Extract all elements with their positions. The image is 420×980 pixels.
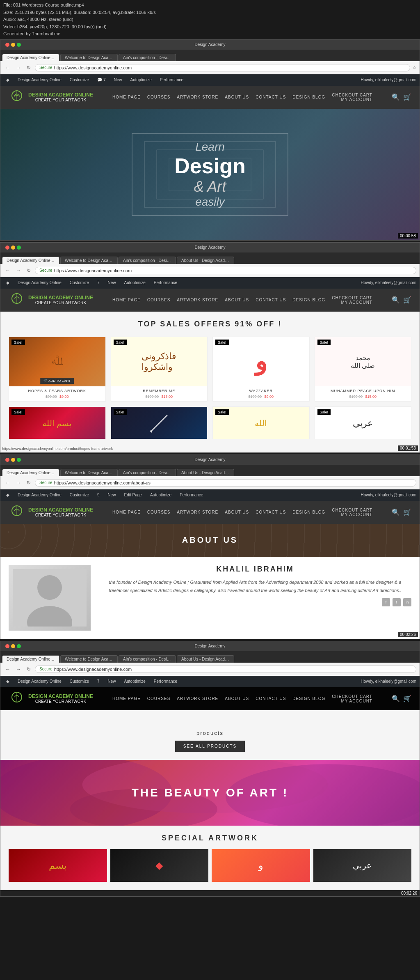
- tab-4-4[interactable]: About Us - Design Academy...: [177, 655, 234, 663]
- wp-comments-3[interactable]: 9: [95, 489, 102, 501]
- minimize-button-2[interactable]: [11, 246, 15, 250]
- back-button-4[interactable]: ←: [4, 666, 12, 673]
- see-all-products-button[interactable]: SEE ALL PRODUCTS: [175, 741, 245, 752]
- nav-contact[interactable]: CONTACT US: [256, 95, 286, 99]
- wp-performance-2[interactable]: Performance: [151, 277, 180, 289]
- wp-performance-4[interactable]: Performance: [151, 676, 180, 687]
- nav-artwork-store-2[interactable]: ARTWORK STORE: [177, 298, 218, 302]
- wp-comments[interactable]: 💬 7: [95, 74, 108, 86]
- wp-customize-3[interactable]: Customize: [67, 489, 91, 501]
- wp-comments-2[interactable]: 7: [95, 277, 102, 289]
- wp-performance[interactable]: Performance: [158, 74, 186, 86]
- address-bar-4[interactable]: Secure https://www.designacademyonline.c…: [35, 666, 416, 673]
- back-button[interactable]: ←: [4, 64, 12, 71]
- wp-customize-2[interactable]: Customize: [67, 277, 91, 289]
- tab-3[interactable]: Ain's composition - Design A...: [119, 54, 176, 61]
- close-button-2[interactable]: [5, 246, 9, 250]
- forward-button[interactable]: →: [14, 64, 23, 71]
- wp-comments-4[interactable]: 7: [95, 676, 102, 687]
- nav-about[interactable]: ABOUT US: [225, 95, 249, 99]
- twitter-icon[interactable]: t: [393, 598, 401, 606]
- nav-courses[interactable]: COURSES: [147, 95, 170, 99]
- forward-button-4[interactable]: →: [14, 666, 23, 673]
- nav-checkout[interactable]: CHECKOUT CART: [332, 93, 372, 97]
- nav-home[interactable]: HOME PAGE: [112, 95, 141, 99]
- nav-artwork-store-3[interactable]: ARTWORK STORE: [177, 510, 218, 514]
- tab-4-1[interactable]: Design Academy Online - Le...: [2, 655, 59, 663]
- refresh-button-2[interactable]: ↻: [25, 267, 32, 274]
- close-button-3[interactable]: [5, 458, 9, 462]
- wp-new-4[interactable]: New: [105, 676, 119, 687]
- wp-site-name-4[interactable]: Design Academy Online: [15, 676, 64, 687]
- minimize-button-4[interactable]: [11, 644, 15, 648]
- nav-home-3[interactable]: HOME PAGE: [112, 510, 141, 514]
- tab-3-4[interactable]: About Us - Design Academy...: [177, 469, 234, 476]
- tab-3-2[interactable]: Welcome to Design Academy...: [60, 469, 118, 476]
- search-icon-3[interactable]: 🔍: [392, 508, 400, 516]
- add-to-cart-button-1[interactable]: 🛒 ADD TO CART: [40, 378, 74, 384]
- cart-icon-3[interactable]: 🛒: [403, 508, 411, 516]
- search-icon[interactable]: 🔍: [392, 93, 400, 101]
- wp-performance-3[interactable]: Performance: [177, 489, 205, 501]
- refresh-button[interactable]: ↻: [25, 64, 32, 71]
- nav-courses-2[interactable]: COURSES: [147, 298, 170, 302]
- tab-2[interactable]: Welcome to Design Academy...: [60, 54, 118, 61]
- tab-3-1[interactable]: Design Academy Online - Le...: [2, 469, 59, 476]
- minimize-button[interactable]: [11, 43, 15, 47]
- tab-3-3[interactable]: Ain's composition - Design A...: [119, 469, 176, 476]
- nav-artwork-store-4[interactable]: ARTWORK STORE: [177, 696, 218, 701]
- nav-contact-4[interactable]: CONTACT US: [256, 696, 286, 701]
- nav-courses-3[interactable]: COURSES: [147, 510, 170, 514]
- wp-autoptimize-3[interactable]: Autoptimize: [148, 489, 174, 501]
- nav-about-2[interactable]: ABOUT US: [225, 298, 249, 302]
- tab-2-1[interactable]: Design Academy Online - Le...: [2, 257, 59, 264]
- close-button-4[interactable]: [5, 644, 9, 648]
- tab-1[interactable]: Design Academy Online - Le...: [2, 54, 59, 61]
- nav-artwork-store[interactable]: ARTWORK STORE: [177, 95, 218, 99]
- nav-account[interactable]: MY ACCOUNT: [332, 97, 372, 102]
- cart-icon-4[interactable]: 🛒: [403, 695, 411, 702]
- wp-customize[interactable]: Customize: [67, 74, 91, 86]
- wp-new[interactable]: New: [112, 74, 125, 86]
- tab-2-2[interactable]: Welcome to Design Academy...: [60, 257, 118, 264]
- nav-contact-3[interactable]: CONTACT US: [256, 510, 286, 514]
- nav-checkout-4[interactable]: CHECKOUT CART: [332, 694, 372, 699]
- wp-site-name[interactable]: Design Academy Online: [15, 74, 64, 86]
- wp-customize-4[interactable]: Customize: [67, 676, 91, 687]
- nav-blog-4[interactable]: DESIGN BLOG: [292, 696, 325, 701]
- facebook-icon[interactable]: f: [382, 598, 390, 606]
- nav-checkout-2[interactable]: CHECKOUT CART: [332, 296, 372, 300]
- maximize-button[interactable]: [17, 43, 21, 47]
- nav-account-2[interactable]: MY ACCOUNT: [332, 300, 372, 305]
- back-button-3[interactable]: ←: [4, 479, 12, 487]
- wp-new-3[interactable]: New: [105, 489, 119, 501]
- forward-button-3[interactable]: →: [14, 479, 23, 487]
- wp-new-2[interactable]: New: [105, 277, 119, 289]
- wp-edit-page-3[interactable]: Edit Page: [122, 489, 144, 501]
- nav-courses-4[interactable]: COURSES: [147, 696, 170, 701]
- tab-4-2[interactable]: Welcome to Design Academy...: [60, 655, 118, 663]
- refresh-button-4[interactable]: ↻: [25, 666, 32, 673]
- minimize-button-3[interactable]: [11, 458, 15, 462]
- nav-home-4[interactable]: HOME PAGE: [112, 696, 141, 701]
- maximize-button-3[interactable]: [17, 458, 21, 462]
- address-bar-2[interactable]: Secure https://www.designacademyonline.c…: [35, 267, 416, 274]
- nav-blog-3[interactable]: DESIGN BLOG: [292, 510, 325, 514]
- wp-site-name-2[interactable]: Design Academy Online: [15, 277, 64, 289]
- nav-account-4[interactable]: MY ACCOUNT: [332, 699, 372, 703]
- search-icon-2[interactable]: 🔍: [392, 296, 400, 304]
- back-button-2[interactable]: ←: [4, 267, 12, 274]
- address-bar-3[interactable]: Secure https://www.designacademyonline.c…: [35, 479, 416, 487]
- cart-icon-2[interactable]: 🛒: [403, 296, 411, 304]
- maximize-button-4[interactable]: [17, 644, 21, 648]
- wp-autoptimize[interactable]: Autoptimize: [128, 74, 154, 86]
- forward-button-2[interactable]: →: [14, 267, 23, 274]
- cart-icon[interactable]: 🛒: [403, 93, 411, 101]
- wp-autoptimize-4[interactable]: Autoptimize: [122, 676, 148, 687]
- wp-site-name-3[interactable]: Design Academy Online: [15, 489, 64, 501]
- nav-checkout-3[interactable]: CHECKOUT CART: [332, 508, 372, 512]
- refresh-button-3[interactable]: ↻: [25, 479, 32, 487]
- instagram-icon[interactable]: in: [403, 598, 411, 606]
- nav-blog[interactable]: DESIGN BLOG: [292, 95, 325, 99]
- tab-4-3[interactable]: Ain's composition - Design A...: [119, 655, 176, 663]
